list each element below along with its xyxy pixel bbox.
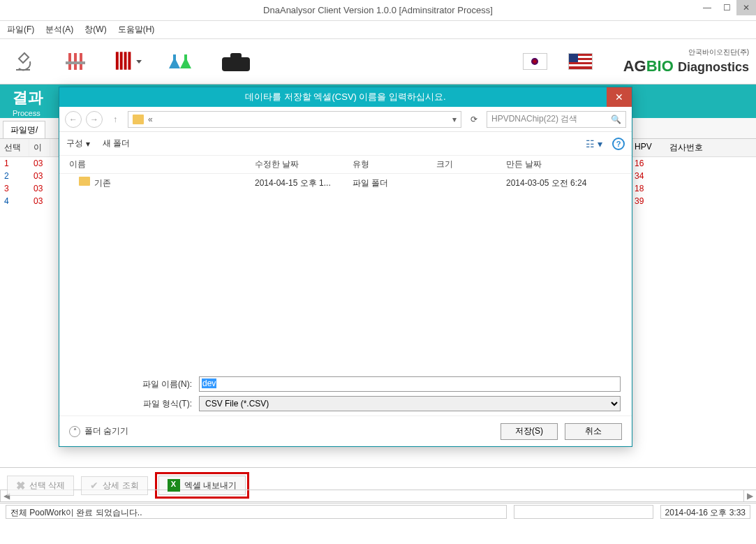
delete-selected-button[interactable]: ✖ 선택 삭제	[7, 476, 74, 496]
svg-rect-4	[116, 52, 119, 69]
toolbar: 안국바이오진단(주) AGBIO Diagnostics	[0, 39, 756, 84]
menu-file[interactable]: 파일(F)	[7, 24, 34, 36]
minimize-button[interactable]: —	[697, 0, 717, 15]
row-num: 3	[0, 182, 29, 195]
status-bar: 전체 PoolWork이 완료 되었습니다.. 2014-04-16 오후 3:…	[0, 503, 756, 520]
dialog-nav: ← → ↑ « ▾ ⟳ HPVDNAChip(22) 검색 🔍	[59, 107, 632, 132]
help-button[interactable]: ?	[612, 138, 625, 150]
file-list: 이름 수정한 날짜 유형 크기 만든 날짜 기존 2014-04-15 오후 1…	[59, 156, 632, 372]
dialog-toolbar: 구성 ▾ 새 폴더 ☷ ▾ ?	[59, 132, 632, 156]
folder-icon	[133, 115, 144, 124]
file-list-header: 이름 수정한 날짜 유형 크기 만든 날짜	[59, 156, 632, 174]
breadcrumb[interactable]: « ▾	[128, 111, 461, 128]
row-id: 03	[29, 195, 50, 207]
menu-window[interactable]: 창(W)	[84, 24, 106, 36]
section-subtitle: Process	[13, 109, 40, 117]
search-icon: 🔍	[611, 115, 621, 124]
dialog-footer: ˄ 폴더 숨기기 저장(S) 취소	[59, 416, 632, 446]
row-hpv: 16	[630, 157, 756, 170]
filename-selected-text: dev	[202, 378, 216, 388]
status-spacer	[514, 505, 653, 519]
file-row[interactable]: 기존 2014-04-15 오후 1... 파일 폴더 2014-03-05 오…	[59, 174, 632, 192]
col-size[interactable]: 크기	[436, 159, 506, 170]
filename-input[interactable]	[199, 376, 621, 392]
flasks-icon[interactable]	[164, 46, 195, 78]
file-modified: 2014-04-15 오후 1...	[255, 177, 353, 189]
row-hpv: 34	[630, 170, 756, 182]
file-name: 기존	[94, 178, 111, 188]
svg-rect-3	[66, 61, 85, 64]
view-mode-button[interactable]: ☷ ▾	[586, 138, 602, 149]
detail-view-label: 상세 조회	[103, 480, 138, 492]
nav-forward-button[interactable]: →	[86, 111, 103, 128]
cancel-button[interactable]: 취소	[565, 423, 622, 440]
row-num: 2	[0, 170, 29, 182]
filetype-select[interactable]: CSV File (*.CSV)	[199, 396, 621, 411]
row-num: 1	[0, 157, 29, 170]
hide-folders-button[interactable]: ˄ 폴더 숨기기	[69, 425, 128, 437]
col-name[interactable]: 이름	[59, 159, 255, 170]
menu-analysis[interactable]: 분석(A)	[45, 24, 73, 36]
col-created[interactable]: 만든 날짜	[506, 159, 618, 170]
col-id[interactable]: 이	[29, 139, 50, 156]
folder-icon	[79, 177, 90, 186]
window-controls: — ☐ ✕	[697, 0, 756, 15]
section-title: 결과	[13, 89, 43, 106]
col-select[interactable]: 선택	[0, 139, 29, 156]
microscope-icon[interactable]	[7, 46, 38, 78]
col-type[interactable]: 유형	[353, 159, 436, 170]
window-title: DnaAnalysor Client Version 1.0.0 [Admins…	[0, 5, 756, 15]
menu-help[interactable]: 도움말(H)	[118, 24, 155, 36]
hide-folders-label: 폴더 숨기기	[84, 425, 128, 437]
close-button[interactable]: ✕	[736, 0, 756, 15]
red-tubes-dropdown-icon[interactable]	[112, 46, 143, 78]
svg-rect-9	[230, 53, 242, 59]
status-time: 2014-04-16 오후 3:33	[660, 505, 750, 519]
title-bar: DnaAnalysor Client Version 1.0.0 [Admins…	[0, 0, 756, 21]
x-icon: ✖	[16, 479, 25, 492]
excel-icon	[168, 479, 180, 492]
tubes-icon[interactable]	[59, 46, 91, 78]
status-message: 전체 PoolWork이 완료 되었습니다..	[6, 505, 507, 519]
row-id: 03	[29, 170, 50, 182]
check-icon: ✔	[90, 480, 98, 491]
svg-rect-8	[222, 57, 250, 71]
detail-view-button[interactable]: ✔ 상세 조회	[81, 476, 147, 495]
search-input[interactable]: HPVDNAChip(22) 검색 🔍	[487, 111, 626, 128]
dialog-close-button[interactable]: ✕	[607, 87, 632, 107]
menu-bar: 파일(F) 분석(A) 창(W) 도움말(H)	[0, 21, 756, 39]
dialog-fields: 파일 이름(N): dev 파일 형식(T): CSV File (*.CSV)	[59, 372, 632, 416]
flag-korea-icon[interactable]	[523, 53, 547, 70]
tab-filename[interactable]: 파일명/	[3, 121, 45, 138]
organize-button[interactable]: 구성 ▾	[66, 138, 90, 149]
nav-back-button[interactable]: ←	[65, 111, 82, 128]
filetype-label: 파일 형식(T):	[129, 398, 192, 410]
file-type: 파일 폴더	[353, 177, 436, 189]
row-num: 4	[0, 195, 29, 207]
row-hpv: 39	[630, 195, 756, 207]
save-button[interactable]: 저장(S)	[501, 423, 558, 440]
col-modified[interactable]: 수정한 날짜	[255, 159, 353, 170]
breadcrumb-prefix: «	[148, 115, 153, 124]
nav-up-button[interactable]: ↑	[107, 111, 124, 128]
brand-bio: BIO	[646, 57, 674, 75]
new-folder-button[interactable]: 새 폴더	[103, 138, 130, 149]
bag-icon[interactable]	[216, 46, 255, 78]
chevron-up-icon: ˄	[69, 426, 80, 437]
maximize-button[interactable]: ☐	[717, 0, 736, 15]
svg-rect-6	[124, 52, 127, 69]
brand-kr: 안국바이오진단(주)	[623, 47, 749, 57]
file-created: 2014-03-05 오전 6:24	[506, 177, 618, 189]
col-hpv[interactable]: HPV	[630, 139, 665, 156]
row-id: 03	[29, 157, 50, 170]
col-testno[interactable]: 검사번호	[665, 139, 707, 156]
delete-selected-label: 선택 삭제	[29, 480, 65, 492]
dialog-title-bar: 데이타를 저장할 엑셀(CSV) 이름을 입력하십시요. ✕	[59, 87, 632, 107]
save-dialog: 데이타를 저장할 엑셀(CSV) 이름을 입력하십시요. ✕ ← → ↑ « ▾…	[59, 87, 632, 447]
brand-ag: AG	[623, 57, 646, 75]
flag-usa-icon[interactable]	[568, 53, 593, 70]
search-placeholder: HPVDNAChip(22) 검색	[491, 113, 577, 125]
filename-label: 파일 이름(N):	[129, 378, 192, 390]
dialog-title: 데이타를 저장할 엑셀(CSV) 이름을 입력하십시요.	[245, 91, 445, 103]
refresh-button[interactable]: ⟳	[466, 111, 482, 128]
